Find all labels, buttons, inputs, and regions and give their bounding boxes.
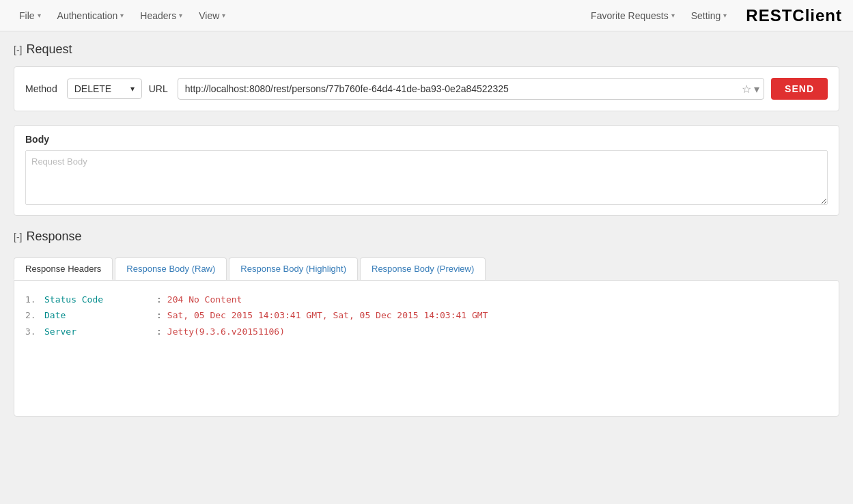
header-value: Sat, 05 Dec 2015 14:03:41 GMT, Sat, 05 D… bbox=[167, 307, 488, 323]
main-content: [-] Request Method DELETE ▾ URL ☆ ▾ SEND… bbox=[0, 31, 853, 428]
nav-item-file[interactable]: File ▾ bbox=[11, 0, 49, 31]
request-row: Method DELETE ▾ URL ☆ ▾ SEND bbox=[25, 78, 828, 100]
request-collapse-button[interactable]: [-] bbox=[14, 44, 22, 55]
body-textarea[interactable] bbox=[25, 150, 828, 205]
response-tabs: Response Headers Response Body (Raw) Res… bbox=[14, 257, 839, 280]
method-select[interactable]: DELETE ▾ bbox=[67, 79, 142, 99]
tab-response-body-preview[interactable]: Response Body (Preview) bbox=[360, 257, 486, 280]
line-number: 1. bbox=[25, 292, 42, 307]
tab-response-body-highlight[interactable]: Response Body (Highlight) bbox=[229, 257, 358, 280]
table-row: 1. Status Code : 204 No Content bbox=[25, 292, 828, 307]
nav-label-setting: Setting bbox=[691, 10, 721, 21]
method-label: Method bbox=[25, 83, 57, 94]
nav-label-favorite-requests: Favorite Requests bbox=[591, 10, 669, 21]
request-section-header: [-] Request bbox=[14, 42, 839, 57]
chevron-down-icon: ▾ bbox=[120, 12, 124, 19]
navbar: File ▾ Authentication ▾ Headers ▾ View ▾… bbox=[0, 0, 853, 31]
response-section-title: Response bbox=[26, 229, 81, 244]
header-key: Server bbox=[44, 324, 154, 339]
response-collapse-button[interactable]: [-] bbox=[14, 232, 22, 242]
line-number: 3. bbox=[25, 324, 42, 339]
chevron-down-icon: ▾ bbox=[38, 12, 41, 19]
url-input[interactable] bbox=[178, 79, 742, 99]
nav-label-headers: Headers bbox=[140, 10, 176, 21]
header-value: 204 No Content bbox=[167, 292, 242, 307]
nav-item-view[interactable]: View ▾ bbox=[191, 0, 234, 31]
header-colon: : bbox=[156, 307, 162, 323]
star-icon[interactable]: ☆ bbox=[742, 83, 751, 96]
chevron-down-icon[interactable]: ▾ bbox=[754, 83, 759, 96]
nav-item-favorite-requests[interactable]: Favorite Requests ▾ bbox=[583, 0, 683, 31]
app-brand: RESTClient bbox=[746, 6, 842, 25]
table-row: 3. Server : Jetty(9.3.6.v20151106) bbox=[25, 324, 828, 339]
header-colon: : bbox=[156, 292, 162, 307]
request-section-title: Request bbox=[26, 42, 72, 57]
url-icons: ☆ ▾ bbox=[742, 83, 764, 96]
nav-item-setting[interactable]: Setting ▾ bbox=[683, 0, 736, 31]
header-key: Date bbox=[44, 307, 154, 323]
body-label: Body bbox=[25, 134, 828, 145]
table-row: 2. Date : Sat, 05 Dec 2015 14:03:41 GMT,… bbox=[25, 307, 828, 323]
url-input-wrapper: ☆ ▾ bbox=[178, 78, 764, 100]
method-select-value: DELETE bbox=[74, 83, 111, 94]
header-key: Status Code bbox=[44, 292, 154, 307]
tab-response-headers[interactable]: Response Headers bbox=[14, 257, 113, 280]
chevron-down-icon: ▾ bbox=[179, 12, 182, 19]
send-button[interactable]: SEND bbox=[771, 78, 828, 100]
request-card: Method DELETE ▾ URL ☆ ▾ SEND bbox=[14, 66, 839, 111]
nav-label-file: File bbox=[19, 10, 35, 21]
nav-item-authentication[interactable]: Authentication ▾ bbox=[49, 0, 132, 31]
chevron-down-icon: ▾ bbox=[671, 12, 675, 19]
response-body: 1. Status Code : 204 No Content 2. Date … bbox=[14, 280, 839, 417]
header-colon: : bbox=[156, 324, 162, 339]
url-label: URL bbox=[149, 83, 168, 94]
chevron-down-icon: ▾ bbox=[222, 12, 225, 19]
line-number: 2. bbox=[25, 307, 42, 323]
chevron-down-icon: ▾ bbox=[723, 12, 727, 19]
method-dropdown-icon: ▾ bbox=[130, 84, 135, 94]
nav-label-view: View bbox=[199, 10, 219, 21]
nav-item-headers[interactable]: Headers ▾ bbox=[132, 0, 191, 31]
body-card: Body bbox=[14, 125, 839, 216]
response-section-header: [-] Response bbox=[14, 229, 839, 244]
tab-response-body-raw[interactable]: Response Body (Raw) bbox=[115, 257, 227, 280]
nav-label-authentication: Authentication bbox=[57, 10, 118, 21]
header-value: Jetty(9.3.6.v20151106) bbox=[167, 324, 285, 339]
